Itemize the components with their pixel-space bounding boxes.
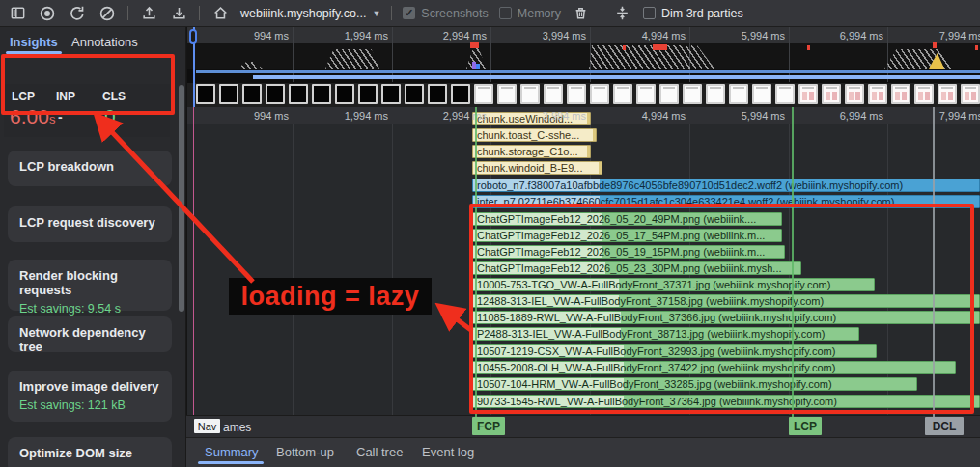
home-icon — [212, 5, 229, 21]
performance-toolbar: webiiink.myshopify.co... ▼ ✓ Screenshots… — [0, 0, 980, 27]
active-tab-underline — [198, 461, 264, 464]
collect-garbage-button[interactable] — [572, 4, 591, 23]
clear-button[interactable] — [98, 4, 117, 23]
toolbar-separator — [602, 6, 602, 20]
record-and-reload-button[interactable] — [68, 4, 87, 23]
toolbar-separator — [391, 6, 392, 20]
block-icon — [98, 5, 116, 22]
save-profile-button[interactable] — [169, 4, 188, 23]
page-select[interactable]: webiiink.myshopify.co... ▼ — [240, 7, 380, 20]
tab-summary[interactable]: Summary — [205, 445, 259, 459]
dim-3rd-parties-checkbox[interactable] — [643, 7, 656, 19]
annotation-lazy-requests-box — [469, 204, 974, 414]
trash-icon — [573, 5, 589, 21]
dcl-marker-badge: DCL — [925, 417, 964, 435]
panel-toggle-button[interactable] — [8, 4, 27, 23]
toolbar-separator — [127, 6, 128, 20]
memory-checkbox-group[interactable]: Memory — [499, 7, 561, 20]
download-icon — [171, 5, 187, 21]
memory-checkbox[interactable] — [499, 7, 512, 19]
screenshots-label: Screenshots — [421, 7, 488, 20]
dim-3rd-parties-label: Dim 3rd parties — [661, 7, 743, 20]
load-profile-button[interactable] — [139, 4, 158, 23]
lcp-marker-badge: LCP — [789, 417, 822, 435]
fcp-marker-badge: FCP — [472, 417, 505, 435]
record-icon — [39, 5, 56, 22]
record-button[interactable] — [38, 4, 57, 23]
page-select-value: webiiink.myshopify.co... — [240, 7, 366, 20]
network-request-bar[interactable]: chunk.toast_C-sshe... — [472, 128, 597, 142]
reload-icon — [69, 5, 86, 22]
annotation-lazy-label: loading = lazy — [229, 278, 432, 315]
network-request-bar[interactable]: chunk.storage_C1o... — [472, 145, 591, 158]
live-metrics-button[interactable] — [210, 4, 230, 23]
frames-track-label: ames — [223, 421, 251, 434]
toolbar-separator — [199, 6, 200, 20]
nav-marker-chip: Nav — [194, 419, 220, 433]
screenshots-checkbox-group[interactable]: ✓ Screenshots — [403, 7, 488, 20]
tab-bottom-up[interactable]: Bottom-up — [276, 445, 334, 459]
tab-call-tree[interactable]: Call tree — [356, 445, 403, 459]
memory-label: Memory — [518, 7, 561, 20]
screenshots-checkbox[interactable]: ✓ — [403, 7, 415, 19]
collapse-vertical-icon — [614, 5, 630, 21]
network-request-bar[interactable]: chunk.useWindoid... — [472, 112, 591, 125]
devtools-performance-panel: webiiink.myshopify.co... ▼ ✓ Screenshots… — [0, 0, 980, 467]
panel-toggle-icon — [10, 5, 26, 21]
flame-left-edge-line — [193, 107, 194, 415]
upload-icon — [141, 5, 157, 21]
annotation-metrics-outline — [1, 54, 175, 115]
tab-event-log[interactable]: Event log — [422, 445, 474, 459]
dim-3rd-parties-checkbox-group[interactable]: Dim 3rd parties — [643, 7, 743, 20]
timings-track — [186, 415, 980, 437]
network-request-bar[interactable]: roboto_n7.f38007a10afbbde8976c4056bfe890… — [472, 179, 980, 192]
network-request-bar[interactable]: chunk.windoid_B-E9... — [472, 161, 602, 175]
chevron-down-icon: ▼ — [372, 9, 380, 18]
collapse-tracks-button[interactable] — [613, 4, 632, 23]
